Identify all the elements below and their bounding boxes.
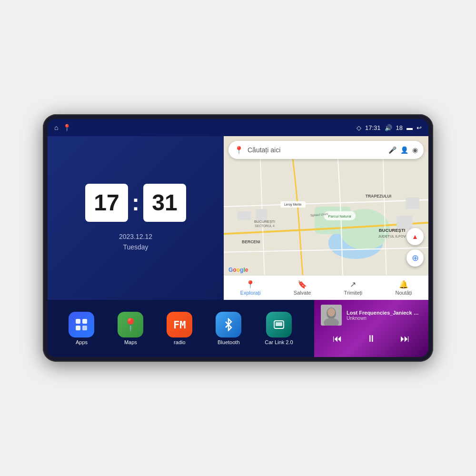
crosshair-icon: ⊕	[412, 253, 419, 263]
svg-rect-5	[256, 209, 267, 220]
app-bluetooth[interactable]: Bluetooth	[216, 312, 241, 345]
svg-rect-7	[406, 198, 419, 209]
news-icon: 🔔	[399, 280, 408, 289]
app-carlink[interactable]: Car Link 2.0	[265, 312, 293, 345]
svg-rect-24	[276, 322, 282, 326]
music-controls: ⏮ ⏸ ⏭	[321, 331, 422, 346]
clock-hour: 17	[85, 184, 128, 222]
music-panel: Lost Frequencies_Janieck Devy-... Unknow…	[314, 300, 428, 357]
clock-minute: 31	[143, 184, 186, 222]
map-nav-news[interactable]: 🔔 Noutăți	[396, 280, 412, 296]
prev-button[interactable]: ⏮	[329, 331, 346, 346]
back-icon[interactable]: ↩	[416, 124, 422, 131]
music-info: Lost Frequencies_Janieck Devy-... Unknow…	[321, 305, 422, 326]
map-panel[interactable]: Parcul Natural TRAPEZULUI BUCUREȘTI JUDE…	[224, 136, 428, 300]
svg-text:JUDEȚUL ILFOV: JUDEȚUL ILFOV	[378, 234, 406, 238]
app-maps[interactable]: 📍 Maps	[118, 312, 143, 345]
main-content: 17 : 31 2023.12.12 Tuesday	[48, 136, 428, 357]
music-text: Lost Frequencies_Janieck Devy-... Unknow…	[347, 310, 422, 321]
bluetooth-label: Bluetooth	[218, 339, 239, 345]
svg-text:BUCUREȘTI: BUCUREȘTI	[379, 228, 406, 233]
app-apps[interactable]: Apps	[69, 312, 94, 345]
top-section: 17 : 31 2023.12.12 Tuesday	[48, 136, 428, 300]
svg-rect-20	[82, 319, 87, 324]
voice-search-icon[interactable]: 🎤	[388, 146, 397, 154]
layers-icon[interactable]: ◉	[412, 146, 418, 154]
svg-text:Leroy Merlin: Leroy Merlin	[284, 203, 302, 207]
carlink-label: Car Link 2.0	[265, 339, 293, 345]
music-artist: Unknown	[347, 316, 422, 321]
svg-text:TRAPEZULUI: TRAPEZULUI	[366, 194, 391, 198]
map-location-button[interactable]: ⊕	[407, 249, 424, 267]
send-icon: ↗	[350, 280, 356, 289]
svg-text:BERCENI: BERCENI	[242, 239, 260, 244]
status-left: ⌂ 📍	[54, 124, 71, 131]
maps-icon: 📍	[123, 317, 138, 332]
carlink-icon	[272, 318, 286, 331]
apps-label: Apps	[76, 339, 88, 345]
apps-grid-icon	[75, 318, 88, 331]
svg-rect-22	[82, 326, 87, 330]
bluetooth-icon-wrapper	[216, 312, 241, 337]
volume-icon: 🔊	[385, 124, 392, 131]
app-radio[interactable]: FM radio	[167, 312, 192, 345]
compass-icon: ▲	[412, 233, 418, 240]
send-label: Trimiteți	[344, 290, 363, 296]
radio-icon-wrapper: FM	[167, 312, 192, 337]
svg-text:SECTORUL 4: SECTORUL 4	[255, 224, 275, 228]
profile-icon[interactable]: 👤	[400, 146, 408, 154]
radio-label: radio	[174, 339, 185, 345]
clock-display: 17 : 31	[85, 184, 186, 222]
apps-area: Apps 📍 Maps FM radio	[48, 300, 314, 357]
album-art-image	[321, 305, 342, 326]
bluetooth-icon	[222, 318, 235, 331]
maps-icon-wrapper: 📍	[118, 312, 143, 337]
carlink-icon-wrapper	[266, 312, 292, 337]
explore-label: Explorați	[240, 290, 261, 296]
maps-label: Maps	[124, 339, 137, 345]
battery-icon: ▬	[407, 124, 413, 131]
news-label: Noutăți	[396, 290, 412, 296]
status-bar: ⌂ 📍 ◇ 17:31 🔊 18 ▬ ↩	[48, 119, 428, 136]
map-nav-saved[interactable]: 🔖 Salvate	[294, 280, 311, 296]
maps-logo-icon: 📍	[234, 146, 244, 155]
svg-rect-4	[238, 211, 251, 220]
music-title: Lost Frequencies_Janieck Devy-...	[347, 310, 422, 316]
explore-icon: 📍	[246, 280, 255, 289]
clock-colon: :	[132, 184, 139, 222]
map-search-placeholder[interactable]: Căutați aici	[248, 146, 385, 154]
google-logo: Google	[228, 267, 248, 273]
saved-label: Salvate	[294, 290, 311, 296]
map-bottom-nav: 📍 Explorați 🔖 Salvate ↗ Trimiteți 🔔	[224, 275, 428, 300]
saved-icon: 🔖	[298, 280, 307, 289]
device-screen: ⌂ 📍 ◇ 17:31 🔊 18 ▬ ↩ 17 :	[48, 119, 428, 357]
device-frame: ⌂ 📍 ◇ 17:31 🔊 18 ▬ ↩ 17 :	[43, 114, 433, 362]
volume-level: 18	[396, 124, 403, 131]
music-album-art	[321, 305, 342, 326]
map-nav-explore[interactable]: 📍 Explorați	[240, 280, 261, 296]
map-search-bar[interactable]: 📍 Căutați aici 🎤 👤 ◉	[228, 141, 424, 159]
play-pause-button[interactable]: ⏸	[363, 331, 380, 346]
clock-panel: 17 : 31 2023.12.12 Tuesday	[48, 136, 224, 300]
map-compass-button[interactable]: ▲	[407, 228, 424, 245]
svg-text:Parcul Natural: Parcul Natural	[328, 214, 352, 218]
next-button[interactable]: ⏭	[397, 331, 414, 346]
bottom-section: Apps 📍 Maps FM radio	[48, 300, 428, 357]
status-time: 17:31	[365, 124, 381, 131]
location-icon[interactable]: 📍	[63, 124, 71, 131]
svg-rect-21	[76, 326, 80, 330]
radio-icon: FM	[173, 319, 186, 331]
home-icon[interactable]: ⌂	[54, 124, 58, 131]
svg-point-29	[327, 308, 335, 317]
svg-rect-19	[76, 319, 80, 324]
status-right: ◇ 17:31 🔊 18 ▬ ↩	[357, 124, 422, 131]
apps-icon-wrapper	[69, 312, 94, 337]
svg-text:BUCUREȘTI: BUCUREȘTI	[254, 219, 275, 224]
map-nav-send[interactable]: ↗ Trimiteți	[344, 280, 363, 296]
signal-icon: ◇	[357, 124, 361, 131]
map-search-actions: 🎤 👤 ◉	[388, 146, 418, 154]
clock-date: 2023.12.12 Tuesday	[119, 231, 152, 253]
